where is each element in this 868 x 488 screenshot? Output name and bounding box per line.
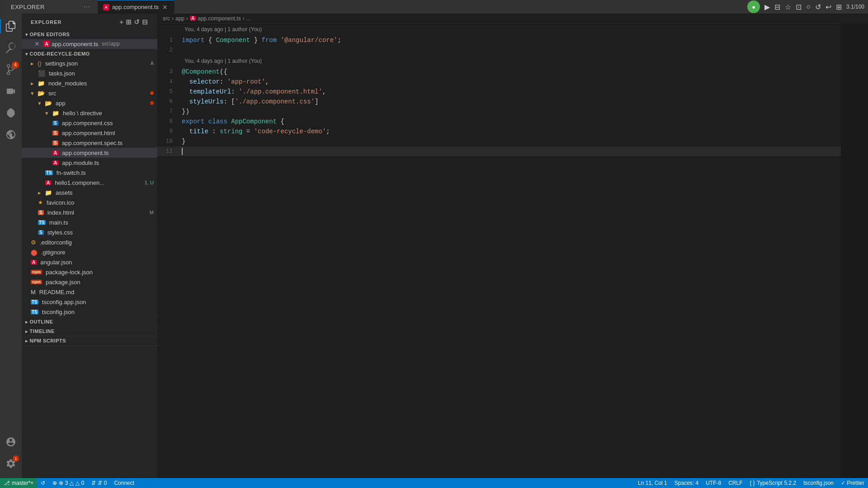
- remote-icon[interactable]: [0, 124, 22, 145]
- styles-css-item[interactable]: S styles.css: [22, 227, 157, 237]
- grid-icon[interactable]: ⊞: [836, 3, 842, 11]
- package-json-item[interactable]: npm package.json: [22, 277, 157, 287]
- source-control-badge: 4: [12, 61, 19, 69]
- refresh-icon[interactable]: ↺: [815, 3, 821, 11]
- status-bar: ⎇ master*+ ↺ ⊗ ⊗ 3 △ △ 0 ⇵ ⇵ 0 Connect L…: [0, 478, 868, 488]
- gitignore-item[interactable]: ⬤ .gitignore: [22, 247, 157, 257]
- extensions-act-icon[interactable]: [0, 102, 22, 124]
- outline-header[interactable]: ▸ OUTLINE: [22, 317, 157, 326]
- breadcrumb-app[interactable]: app: [175, 15, 184, 22]
- app-module-ts-item[interactable]: A app.module.ts: [22, 158, 157, 168]
- settings-icon[interactable]: 1: [0, 453, 22, 474]
- collapse-all-icon[interactable]: ⊟: [142, 18, 148, 26]
- editor-area: src › app › A app.component.ts › ... You…: [157, 14, 868, 478]
- line-num-2: 2: [157, 45, 180, 55]
- line-ending-status[interactable]: CRLF: [725, 478, 746, 488]
- favicon-item[interactable]: ★ favicon.ico: [22, 197, 157, 207]
- hello-directive-folder[interactable]: ▾ 📁 hello \ directive: [22, 108, 157, 118]
- git-branch-status[interactable]: ⎇ master*+: [0, 478, 37, 488]
- sync-status[interactable]: ↺: [37, 478, 49, 488]
- code-line-2: 2: [157, 45, 841, 55]
- ts-version: 5.2.2: [784, 480, 797, 486]
- app-modified-badge: [150, 101, 154, 105]
- code-line-7: 7 }): [157, 107, 841, 117]
- breadcrumb-dots[interactable]: ...: [246, 15, 251, 22]
- run-icon[interactable]: ▶: [764, 3, 770, 11]
- src-folder[interactable]: ▾ 📂 src: [22, 88, 157, 98]
- source-control-icon[interactable]: 4: [0, 59, 22, 80]
- circle-icon[interactable]: ○: [806, 3, 811, 11]
- tsconfig-app-item[interactable]: TS tsconfig.app.json: [22, 297, 157, 307]
- layout-icon[interactable]: ⊟: [774, 3, 780, 11]
- ports-status[interactable]: ⇵ ⇵ 0: [88, 478, 110, 488]
- bookmark-icon[interactable]: ☆: [785, 3, 791, 11]
- run-debug-icon[interactable]: [0, 80, 22, 102]
- readme-item[interactable]: M README.md: [22, 287, 157, 297]
- open-editor-item[interactable]: ✕ A app.component.ts src\app: [22, 39, 157, 49]
- package-lock-item[interactable]: npm package-lock.json: [22, 267, 157, 277]
- folder-icon2: 📁: [38, 80, 45, 87]
- open-editors-header[interactable]: ▾ OPEN EDITORS: [22, 30, 157, 39]
- app-component-ts-label: app.component.ts: [62, 150, 108, 156]
- hello1-icon: A: [45, 180, 51, 185]
- hello1-component-item[interactable]: A hello1.componen... 1, U: [22, 178, 157, 188]
- refresh-tree-icon[interactable]: ↺: [134, 18, 140, 26]
- code-editor[interactable]: You, 4 days ago | 1 author (You) 1 impor…: [157, 23, 841, 478]
- tasks-json-item[interactable]: ⬛ tasks.json: [22, 68, 157, 78]
- breadcrumb-src[interactable]: src: [163, 15, 170, 22]
- language-status[interactable]: { } TypeScript 5.2.2: [746, 478, 800, 488]
- vscode-icon: ⬛: [38, 70, 45, 77]
- vscode-folder[interactable]: ▸ {} settings.json A: [22, 58, 157, 68]
- sidebar-content: ▾ OPEN EDITORS ✕ A app.component.ts src\…: [22, 30, 157, 478]
- fn-switch-item[interactable]: TS fn-switch.ts: [22, 168, 157, 178]
- src-label: src: [48, 90, 56, 97]
- ln-col-status[interactable]: Ln 11, Col 1: [634, 478, 671, 488]
- tsconfig-status[interactable]: tsconfig.json: [800, 478, 837, 488]
- encoding-status[interactable]: UTF-8: [702, 478, 725, 488]
- profile-icon[interactable]: ●: [747, 0, 760, 13]
- prettier-status[interactable]: ✓ Prettier: [837, 478, 868, 488]
- editorconfig-item[interactable]: ⚙ .editorconfig: [22, 237, 157, 247]
- project-chevron: ▾: [25, 52, 28, 56]
- project-header[interactable]: ▾ CODE-RECYCLE-DEMO: [22, 49, 157, 58]
- editorconfig-icon: ⚙: [31, 239, 36, 246]
- connect-status[interactable]: Connect: [110, 478, 138, 488]
- index-html-label: index.html: [47, 209, 74, 216]
- new-file-icon[interactable]: +: [119, 18, 124, 26]
- git-icon: ⎇: [4, 480, 10, 486]
- tsconfig-item[interactable]: TS tsconfig.json: [22, 307, 157, 317]
- app-component-css-item[interactable]: S app.component.css: [22, 118, 157, 128]
- errors-status[interactable]: ⊗ ⊗ 3 △ △ 0: [49, 478, 88, 488]
- assets-folder[interactable]: ▸ 📁 assets: [22, 188, 157, 197]
- assets-label: assets: [56, 189, 73, 196]
- explorer-menu[interactable]: ···: [84, 3, 90, 11]
- angular-json-item[interactable]: A angular.json: [22, 257, 157, 267]
- timeline-header[interactable]: ▸ TIMELINE: [22, 327, 157, 336]
- close-editor-icon[interactable]: ✕: [34, 40, 40, 47]
- line-num-8: 8: [157, 117, 180, 127]
- spaces-status[interactable]: Spaces: 4: [671, 478, 702, 488]
- app-component-ts-item[interactable]: A app.component.ts: [22, 148, 157, 158]
- index-html-item[interactable]: S index.html M: [22, 207, 157, 217]
- tab-close-button[interactable]: ✕: [161, 4, 169, 11]
- app-folder-icon: 📂: [45, 100, 52, 107]
- breadcrumb-file[interactable]: app.component.ts: [198, 15, 241, 22]
- tab-app-component-ts[interactable]: A app.component.ts ✕: [98, 0, 175, 14]
- main-ts-item[interactable]: TS main.ts: [22, 217, 157, 227]
- node-modules-item[interactable]: ▸ 📁 node_modules: [22, 78, 157, 88]
- explorer-icon[interactable]: [0, 15, 22, 37]
- app-folder[interactable]: ▾ 📂 app: [22, 98, 157, 108]
- line-num-4: 4: [157, 77, 180, 87]
- prettier-label: ✓ Prettier: [841, 480, 864, 486]
- new-folder-icon[interactable]: ⊞: [126, 18, 132, 26]
- editorconfig-label: .editorconfig: [40, 239, 72, 246]
- npm-scripts-header[interactable]: ▸ NPM SCRIPTS: [22, 336, 157, 345]
- app-component-html-item[interactable]: S app.component.html: [22, 128, 157, 138]
- search-icon[interactable]: [0, 37, 22, 59]
- app-component-spec-item[interactable]: S app.component.spec.ts: [22, 138, 157, 148]
- extensions-icon[interactable]: ⊡: [796, 3, 802, 11]
- line-num-5: 5: [157, 87, 180, 97]
- breadcrumb-sep3: ›: [243, 15, 245, 22]
- accounts-icon[interactable]: [0, 431, 22, 453]
- undo-icon[interactable]: ↩: [826, 3, 831, 11]
